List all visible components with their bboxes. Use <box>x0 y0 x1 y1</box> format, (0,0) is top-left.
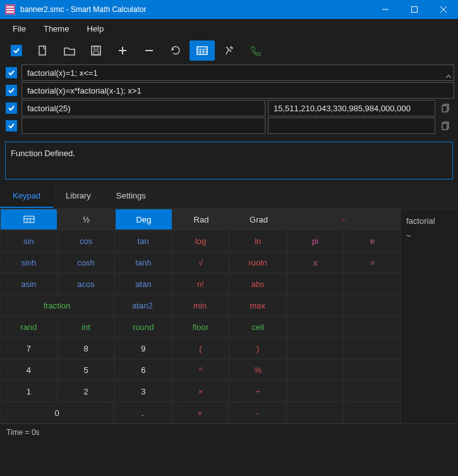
menu-theme[interactable]: Theme <box>36 21 76 36</box>
key-blank[interactable] <box>344 359 401 381</box>
key-backspace[interactable]: ← <box>287 209 401 230</box>
menu-help[interactable]: Help <box>79 21 111 36</box>
key-mode-grad[interactable]: Grad <box>230 209 287 230</box>
key-e[interactable]: e <box>344 230 401 252</box>
key-pi[interactable]: pi <box>287 230 344 252</box>
key-atan[interactable]: atan <box>114 273 172 295</box>
keypad-toggle-button[interactable] <box>190 40 215 61</box>
key-blank[interactable] <box>344 381 401 402</box>
key-fraction[interactable]: fraction <box>0 295 114 316</box>
key-abs[interactable]: abs <box>229 273 287 295</box>
key-cos[interactable]: cos <box>57 230 115 252</box>
key-blank[interactable] <box>286 402 344 424</box>
key-blank[interactable] <box>286 295 344 316</box>
row-checkbox[interactable] <box>6 67 17 78</box>
maximize-button[interactable] <box>400 0 429 19</box>
svg-rect-9 <box>92 46 100 55</box>
key-sinh[interactable]: sinh <box>0 252 57 273</box>
key-factorial[interactable]: n! <box>172 273 229 295</box>
key-x[interactable]: x <box>287 252 344 273</box>
tab-keypad[interactable]: Keypad <box>0 185 53 208</box>
expression-input[interactable] <box>21 64 454 81</box>
key-log[interactable]: log <box>172 230 229 252</box>
key-int[interactable]: int <box>57 316 115 338</box>
row-checkbox[interactable] <box>6 85 17 96</box>
key-max[interactable]: max <box>229 295 286 316</box>
new-file-button[interactable] <box>30 40 56 61</box>
key-blank[interactable] <box>344 295 401 316</box>
expression-input[interactable] <box>21 118 265 134</box>
tab-library[interactable]: Library <box>53 185 104 208</box>
key-blank[interactable] <box>344 338 401 359</box>
close-button[interactable] <box>429 0 458 19</box>
key-acos[interactable]: acos <box>57 273 115 295</box>
key-multiply[interactable]: × <box>172 381 229 402</box>
key-rparen[interactable]: ) <box>229 338 287 359</box>
key-rand[interactable]: rand <box>0 316 57 338</box>
key-blank[interactable] <box>287 359 344 381</box>
tab-settings[interactable]: Settings <box>104 185 159 208</box>
key-pow[interactable]: ^ <box>172 359 229 381</box>
key-mod[interactable]: % <box>229 359 287 381</box>
expression-input[interactable] <box>21 82 454 99</box>
key-lparen[interactable]: ( <box>172 338 229 359</box>
key-blank[interactable] <box>344 316 401 338</box>
minimize-button[interactable] <box>371 0 400 19</box>
key-atan2[interactable]: atan2 <box>114 295 171 316</box>
key-sin[interactable]: sin <box>0 230 57 252</box>
key-mode-half[interactable]: ½ <box>57 209 115 230</box>
key-divide[interactable]: ÷ <box>229 381 287 402</box>
call-button[interactable] <box>243 40 268 61</box>
key-min[interactable]: min <box>171 295 229 316</box>
key-blank[interactable] <box>287 316 344 338</box>
menu-file[interactable]: File <box>5 21 33 36</box>
key-4[interactable]: 4 <box>0 359 57 381</box>
remove-row-button[interactable] <box>136 40 162 61</box>
row-checkbox[interactable] <box>6 120 17 131</box>
key-mode-keyboard[interactable] <box>0 209 57 230</box>
key-mode-rad[interactable]: Rad <box>172 209 230 230</box>
copy-button[interactable] <box>438 118 454 134</box>
key-8[interactable]: 8 <box>57 338 115 359</box>
key-1[interactable]: 1 <box>0 381 57 402</box>
scroll-up-arrow[interactable] <box>443 71 454 82</box>
key-rootn[interactable]: rootn <box>229 252 287 273</box>
result-output[interactable] <box>268 100 435 116</box>
check-all-button[interactable] <box>4 40 29 61</box>
row-checkbox[interactable] <box>6 102 17 114</box>
result-output[interactable] <box>268 118 435 134</box>
key-cosh[interactable]: cosh <box>57 252 115 273</box>
key-6[interactable]: 6 <box>114 359 172 381</box>
expression-input[interactable] <box>21 100 265 116</box>
key-blank[interactable] <box>344 273 401 295</box>
key-floor[interactable]: floor <box>172 316 229 338</box>
pin-button[interactable] <box>216 40 241 61</box>
key-blank[interactable] <box>287 273 344 295</box>
key-ln[interactable]: ln <box>229 230 287 252</box>
key-minus[interactable]: - <box>229 402 286 424</box>
copy-button[interactable] <box>438 100 454 116</box>
key-asin[interactable]: asin <box>0 273 57 295</box>
key-9[interactable]: 9 <box>114 338 172 359</box>
key-blank[interactable] <box>344 402 401 424</box>
key-3[interactable]: 3 <box>114 381 172 402</box>
key-2[interactable]: 2 <box>57 381 115 402</box>
key-5[interactable]: 5 <box>57 359 115 381</box>
key-equals[interactable]: = <box>344 252 401 273</box>
key-tan[interactable]: tan <box>114 230 172 252</box>
key-7[interactable]: 7 <box>0 338 57 359</box>
save-button[interactable] <box>83 40 109 61</box>
key-dot[interactable]: . <box>114 402 171 424</box>
add-row-button[interactable] <box>110 40 135 61</box>
key-plus[interactable]: + <box>171 402 229 424</box>
key-0[interactable]: 0 <box>0 402 114 424</box>
key-ceil[interactable]: ceil <box>229 316 287 338</box>
key-tanh[interactable]: tanh <box>114 252 172 273</box>
key-blank[interactable] <box>287 338 344 359</box>
refresh-button[interactable] <box>163 40 188 61</box>
key-sqrt[interactable]: √ <box>172 252 229 273</box>
key-blank[interactable] <box>287 381 344 402</box>
key-mode-deg[interactable]: Deg <box>115 209 172 230</box>
key-round[interactable]: round <box>114 316 172 338</box>
open-file-button[interactable] <box>57 40 82 61</box>
